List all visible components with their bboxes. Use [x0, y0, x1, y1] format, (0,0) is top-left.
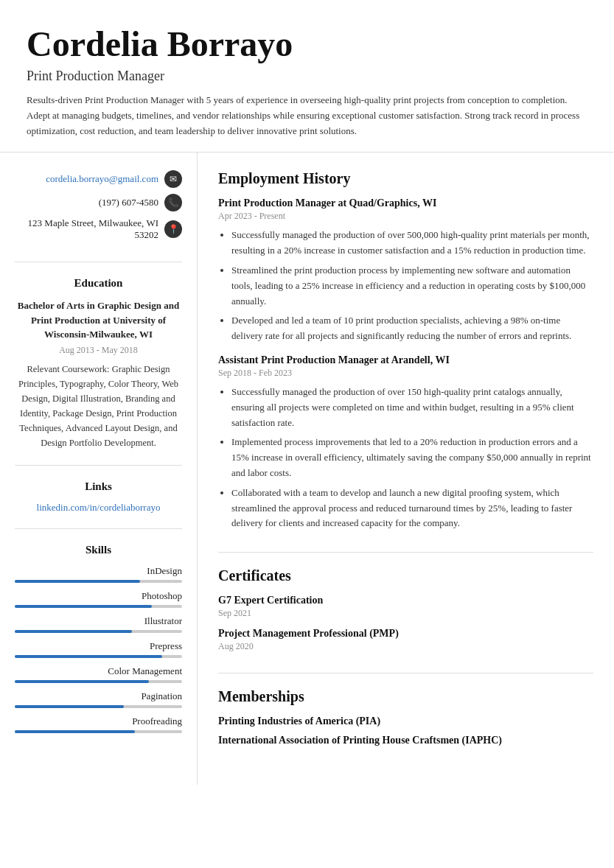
- cert-title: Project Management Professional (PMP): [218, 628, 593, 640]
- skill-item: Proofreading: [15, 715, 182, 733]
- membership-title: International Association of Printing Ho…: [218, 735, 593, 746]
- contact-section: cordelia.borrayo@gmail.com ✉ (197) 607-4…: [15, 170, 182, 262]
- cert-entry: Project Management Professional (PMP) Au…: [218, 628, 593, 652]
- job-title: Assistant Print Production Manager at Ar…: [218, 354, 593, 366]
- certs-list: G7 Expert Certification Sep 2021 Project…: [218, 595, 593, 652]
- candidate-name: Cordelia Borrayo: [27, 24, 587, 64]
- sidebar: cordelia.borrayo@gmail.com ✉ (197) 607-4…: [0, 153, 198, 785]
- main-layout: cordelia.borrayo@gmail.com ✉ (197) 607-4…: [0, 153, 614, 785]
- membership-entry: International Association of Printing Ho…: [218, 735, 593, 746]
- skill-bar-bg: [15, 730, 182, 733]
- skill-bar-bg: [15, 630, 182, 633]
- skill-label: Photoshop: [15, 590, 182, 602]
- skill-item: Color Management: [15, 665, 182, 683]
- cert-title: G7 Expert Certification: [218, 595, 593, 606]
- memberships-section: Memberships Printing Industries of Ameri…: [218, 688, 593, 746]
- address-text: 123 Maple Street, Milwaukee, WI 53202: [15, 217, 158, 241]
- candidate-summary: Results-driven Print Production Manager …: [27, 93, 587, 139]
- education-heading: Education: [15, 277, 182, 290]
- skill-item: Prepress: [15, 640, 182, 658]
- certificates-section: Certificates G7 Expert Certification Sep…: [218, 567, 593, 652]
- edu-courses: Relevant Coursework: Graphic Design Prin…: [15, 362, 182, 450]
- main-right: Employment History Print Production Mana…: [198, 153, 614, 785]
- skill-item: InDesign: [15, 565, 182, 583]
- job-dates: Sep 2018 - Feb 2023: [218, 368, 593, 379]
- section-divider: [218, 552, 593, 553]
- memberships-heading: Memberships: [218, 688, 593, 705]
- skill-bar-bg: [15, 705, 182, 708]
- certificates-heading: Certificates: [218, 567, 593, 584]
- skill-label: Color Management: [15, 665, 182, 677]
- bullet-item: Successfully managed the production of o…: [231, 385, 593, 430]
- membership-title: Printing Industries of America (PIA): [218, 715, 593, 727]
- edu-degree: Bachelor of Arts in Graphic Design and P…: [15, 298, 182, 342]
- skill-item: Illustrator: [15, 615, 182, 633]
- skill-label: Pagination: [15, 690, 182, 702]
- skill-item: Photoshop: [15, 590, 182, 608]
- skill-label: Prepress: [15, 640, 182, 652]
- bullet-item: Collaborated with a team to develop and …: [231, 486, 593, 531]
- email-link[interactable]: cordelia.borrayo@gmail.com: [46, 173, 158, 185]
- job-entry: Print Production Manager at Quad/Graphic…: [218, 197, 593, 344]
- skills-heading: Skills: [15, 544, 182, 556]
- skill-label: Illustrator: [15, 615, 182, 627]
- links-section: Links linkedin.com/in/cordeliaborrayo: [15, 480, 182, 529]
- section-divider-2: [218, 673, 593, 673]
- skill-bar-fill: [15, 655, 162, 658]
- employment-heading: Employment History: [218, 170, 593, 187]
- skills-list: InDesign Photoshop Illustrator Prepress …: [15, 565, 182, 733]
- job-bullets: Successfully managed the production of o…: [218, 228, 593, 344]
- bullet-item: Developed and led a team of 10 print pro…: [231, 313, 593, 344]
- bullet-item: Streamlined the print production process…: [231, 263, 593, 309]
- candidate-title: Print Production Manager: [27, 69, 587, 84]
- email-icon: ✉: [164, 170, 182, 188]
- membership-entry: Printing Industries of America (PIA): [218, 715, 593, 727]
- cert-date: Aug 2020: [218, 641, 593, 652]
- skill-bar-bg: [15, 680, 182, 683]
- job-entry: Assistant Print Production Manager at Ar…: [218, 354, 593, 531]
- skill-bar-bg: [15, 580, 182, 583]
- phone-contact: (197) 607-4580 📞: [15, 194, 182, 211]
- skill-bar-fill: [15, 580, 140, 583]
- phone-icon: 📞: [164, 194, 182, 211]
- header: Cordelia Borrayo Print Production Manage…: [0, 0, 614, 153]
- skill-bar-fill: [15, 605, 152, 608]
- employment-section: Employment History Print Production Mana…: [218, 170, 593, 531]
- linkedin-link[interactable]: linkedin.com/in/cordeliaborrayo: [15, 502, 182, 514]
- skill-bar-bg: [15, 655, 182, 658]
- skill-bar-bg: [15, 605, 182, 608]
- education-section: Education Bachelor of Arts in Graphic De…: [15, 277, 182, 466]
- edu-dates: Aug 2013 - May 2018: [15, 345, 182, 356]
- skill-bar-fill: [15, 730, 135, 733]
- cert-entry: G7 Expert Certification Sep 2021: [218, 595, 593, 619]
- skill-bar-fill: [15, 630, 132, 633]
- skill-item: Pagination: [15, 690, 182, 708]
- bullet-item: Implemented process improvements that le…: [231, 435, 593, 480]
- bullet-item: Successfully managed the production of o…: [231, 228, 593, 259]
- location-icon: 📍: [164, 220, 182, 238]
- jobs-list: Print Production Manager at Quad/Graphic…: [218, 197, 593, 531]
- links-heading: Links: [15, 480, 182, 493]
- skills-section: Skills InDesign Photoshop Illustrator Pr…: [15, 544, 182, 733]
- skill-bar-fill: [15, 680, 149, 683]
- job-dates: Apr 2023 - Present: [218, 211, 593, 222]
- skill-bar-fill: [15, 705, 124, 708]
- skill-label: InDesign: [15, 565, 182, 577]
- skill-label: Proofreading: [15, 715, 182, 727]
- job-bullets: Successfully managed the production of o…: [218, 385, 593, 531]
- address-contact: 123 Maple Street, Milwaukee, WI 53202 📍: [15, 217, 182, 241]
- phone-text: (197) 607-4580: [99, 197, 158, 209]
- memberships-list: Printing Industries of America (PIA)Inte…: [218, 715, 593, 746]
- cert-date: Sep 2021: [218, 608, 593, 619]
- job-title: Print Production Manager at Quad/Graphic…: [218, 197, 593, 209]
- email-contact: cordelia.borrayo@gmail.com ✉: [15, 170, 182, 188]
